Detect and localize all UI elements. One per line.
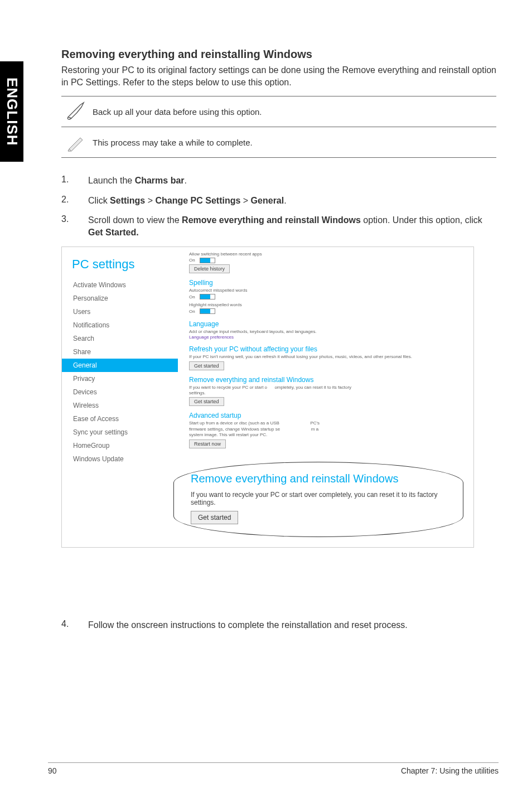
callout-bubble: Remove everything and reinstall Windows …	[173, 462, 463, 537]
text-bold: General	[251, 196, 284, 205]
refresh-heading: Refresh your PC without affecting your f…	[189, 345, 457, 353]
step-number: 3.	[61, 214, 88, 238]
text-bold: Charms bar	[135, 176, 185, 185]
remove-desc: If you want to recycle your PC or start …	[189, 385, 457, 397]
settings-title: PC settings	[72, 257, 178, 272]
text: ompletely, you can reset it to its facto…	[274, 385, 351, 390]
step-2: 2. Click Settings > Change PC Settings >…	[61, 195, 496, 207]
sidebar-item-personalize[interactable]: Personalize	[72, 292, 178, 305]
page-footer: 90 Chapter 7: Using the utilities	[48, 762, 499, 775]
step-body: Launch the Charms bar.	[88, 175, 496, 187]
delete-history-button[interactable]: Delete history	[189, 264, 230, 273]
pc-settings-screenshot: PC settings Activate Windows Personalize…	[61, 247, 474, 548]
main-content: Removing everything and reinstalling Win…	[61, 48, 496, 548]
autocorrect-label: Autocorrect misspelled words	[189, 288, 457, 293]
step-body: Follow the onscreen instructions to comp…	[88, 619, 496, 631]
callout-get-started-button[interactable]: Get started	[191, 511, 238, 524]
language-desc: Add or change input methods, keyboard la…	[189, 329, 457, 335]
toggle-switch[interactable]	[200, 294, 215, 299]
text: >	[240, 196, 250, 205]
separator	[61, 157, 496, 158]
toggle-switch[interactable]	[200, 308, 215, 314]
section-heading: Removing everything and reinstalling Win…	[61, 48, 496, 61]
text: option. Under this option, click	[361, 215, 482, 225]
language-tab: ENGLISH	[0, 61, 23, 162]
chapter-label: Chapter 7: Using the utilities	[401, 766, 499, 775]
separator	[61, 127, 496, 127]
text: Scroll down to view the	[88, 215, 182, 225]
text-bold: Settings	[110, 196, 145, 205]
get-started-button[interactable]: Get started	[189, 361, 224, 370]
sidebar-item-share[interactable]: Share	[72, 345, 178, 359]
text-bold: Remove everything and reinstall Windows	[182, 215, 361, 225]
step-body: Scroll down to view the Remove everythin…	[88, 214, 496, 238]
pencil-icon	[61, 131, 93, 153]
text: .	[284, 196, 286, 205]
highlight-label: Highlight misspelled words	[189, 302, 457, 308]
page-number: 90	[48, 766, 57, 775]
toggle-switch[interactable]	[200, 258, 215, 263]
sidebar-item-general[interactable]: General	[62, 359, 178, 372]
settings-panel: Allow switching between recent apps On D…	[189, 252, 457, 448]
on-label: On	[189, 294, 195, 299]
text: Start up from a device or disc (such as …	[189, 421, 279, 426]
sidebar-item-activate[interactable]: Activate Windows	[72, 278, 178, 292]
hand-icon	[61, 100, 93, 123]
on-label: On	[189, 258, 195, 263]
callout-text: If you want to recycle your PC or start …	[191, 491, 446, 506]
sidebar-item-notifications[interactable]: Notifications	[72, 318, 178, 332]
language-heading: Language	[189, 320, 457, 328]
sidebar-item-search[interactable]: Search	[72, 332, 178, 345]
sidebar-item-devices[interactable]: Devices	[72, 385, 178, 399]
note-backup: Back up all your data before using this …	[61, 99, 496, 124]
get-started-button[interactable]: Get started	[189, 397, 224, 406]
text: system image. This will restart your PC.	[189, 432, 267, 437]
advanced-heading: Advanced startup	[189, 412, 457, 419]
separator	[61, 96, 496, 96]
sidebar-item-update[interactable]: Windows Update	[72, 452, 178, 466]
text: m a	[311, 427, 318, 432]
step-1: 1. Launch the Charms bar.	[61, 175, 496, 187]
callout-title: Remove everything and reinstall Windows	[191, 472, 446, 485]
text: Click	[88, 196, 110, 205]
note-time: This process may take a while to complet…	[61, 129, 496, 155]
sidebar-item-wireless[interactable]: Wireless	[72, 399, 178, 412]
step-4: 4. Follow the onscreen instructions to c…	[61, 619, 496, 631]
text-bold: Get Started.	[88, 228, 139, 237]
text: Launch the	[88, 176, 135, 185]
spelling-heading: Spelling	[189, 279, 457, 287]
advanced-desc: Start up from a device or disc (such as …	[189, 421, 457, 438]
steps-list: 1. Launch the Charms bar. 2. Click Setti…	[61, 175, 496, 238]
step-number: 2.	[61, 195, 88, 207]
step-body: Click Settings > Change PC Settings > Ge…	[88, 195, 496, 207]
switch-label: Allow switching between recent apps	[189, 252, 457, 257]
text: firmware settings, change Windows startu…	[189, 427, 280, 432]
refresh-desc: If your PC isn't running well, you can r…	[189, 354, 457, 360]
step-3: 3. Scroll down to view the Remove everyt…	[61, 214, 496, 238]
settings-sidebar: PC settings Activate Windows Personalize…	[72, 254, 178, 466]
language-link[interactable]: Language preferences	[189, 335, 457, 340]
on-label: On	[189, 309, 195, 314]
sidebar-item-ease[interactable]: Ease of Access	[72, 412, 178, 426]
sidebar-item-sync[interactable]: Sync your settings	[72, 426, 178, 439]
text-bold: Change PC Settings	[155, 196, 240, 205]
restart-now-button[interactable]: Restart now	[189, 439, 226, 448]
sidebar-item-privacy[interactable]: Privacy	[72, 372, 178, 385]
step-number: 1.	[61, 175, 88, 187]
note-backup-text: Back up all your data before using this …	[93, 103, 496, 121]
text: If you want to recycle your PC or start …	[189, 385, 267, 390]
sidebar-item-homegroup[interactable]: HomeGroup	[72, 439, 178, 452]
text: PC's	[310, 421, 320, 426]
note-time-text: This process may take a while to complet…	[93, 133, 496, 152]
step-number: 4.	[61, 619, 88, 631]
text: settings.	[189, 390, 206, 395]
text: >	[145, 196, 155, 205]
sidebar-item-users[interactable]: Users	[72, 305, 178, 318]
text: .	[185, 176, 187, 185]
remove-heading: Remove everything and reinstall Windows	[189, 376, 457, 384]
intro-text: Restoring your PC to its original factor…	[61, 64, 496, 88]
